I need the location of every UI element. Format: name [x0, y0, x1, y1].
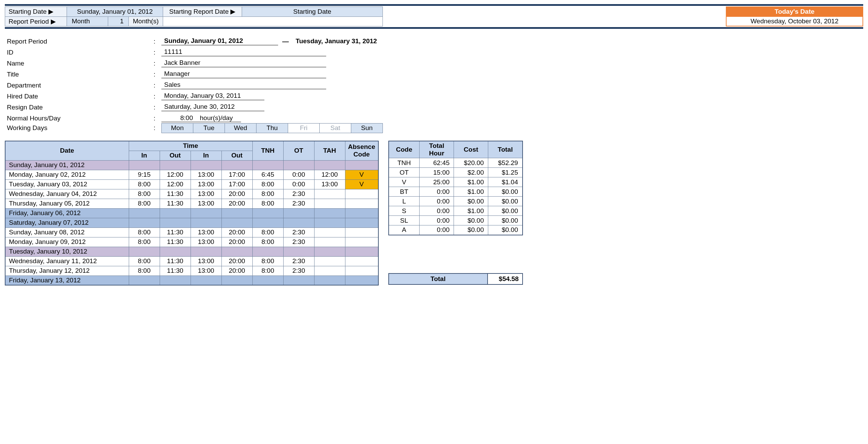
- time-cell[interactable]: 2:30: [283, 237, 314, 247]
- time-cell[interactable]: [283, 160, 314, 170]
- time-cell[interactable]: [129, 208, 160, 218]
- time-cell[interactable]: 20:00: [221, 266, 252, 276]
- working-day-tue[interactable]: Tue: [193, 123, 225, 133]
- time-cell[interactable]: [160, 218, 191, 227]
- time-cell[interactable]: 9:15: [129, 170, 160, 179]
- time-cell[interactable]: [314, 237, 345, 247]
- time-cell[interactable]: [221, 276, 252, 285]
- time-cell[interactable]: 20:00: [221, 256, 252, 266]
- starting-report-value[interactable]: Starting Date: [242, 7, 383, 17]
- time-cell[interactable]: 11:30: [160, 256, 191, 266]
- time-cell[interactable]: 13:00: [314, 179, 345, 189]
- time-cell[interactable]: 8:00: [252, 237, 283, 247]
- time-cell[interactable]: [314, 160, 345, 170]
- time-cell[interactable]: [314, 266, 345, 276]
- time-cell[interactable]: [129, 247, 160, 256]
- time-cell[interactable]: [252, 276, 283, 285]
- time-cell[interactable]: 12:00: [160, 170, 191, 179]
- time-cell[interactable]: [345, 218, 378, 227]
- working-day-sat[interactable]: Sat: [320, 123, 351, 133]
- working-day-sun[interactable]: Sun: [351, 123, 383, 133]
- time-cell[interactable]: [314, 208, 345, 218]
- time-cell[interactable]: 13:00: [191, 179, 221, 189]
- time-cell[interactable]: [160, 208, 191, 218]
- time-cell[interactable]: 0:00: [283, 179, 314, 189]
- time-cell[interactable]: 11:30: [160, 199, 191, 208]
- time-cell[interactable]: [129, 276, 160, 285]
- working-day-thu[interactable]: Thu: [256, 123, 288, 133]
- time-cell[interactable]: 17:00: [221, 179, 252, 189]
- time-cell[interactable]: 13:00: [191, 266, 221, 276]
- starting-date-value[interactable]: Sunday, January 01, 2012: [67, 7, 163, 17]
- time-cell[interactable]: [221, 218, 252, 227]
- time-cell[interactable]: [345, 256, 378, 266]
- time-cell[interactable]: [345, 247, 378, 256]
- time-cell[interactable]: 20:00: [221, 189, 252, 199]
- time-cell[interactable]: [252, 218, 283, 227]
- time-cell[interactable]: [160, 160, 191, 170]
- time-cell[interactable]: [221, 160, 252, 170]
- time-cell[interactable]: 17:00: [221, 170, 252, 179]
- time-cell[interactable]: 8:00: [129, 189, 160, 199]
- time-cell[interactable]: [283, 208, 314, 218]
- time-cell[interactable]: [252, 208, 283, 218]
- working-day-fri[interactable]: Fri: [288, 123, 320, 133]
- time-cell[interactable]: [191, 160, 221, 170]
- time-cell[interactable]: 11:30: [160, 189, 191, 199]
- time-cell[interactable]: [314, 227, 345, 237]
- time-cell[interactable]: [191, 218, 221, 227]
- time-cell[interactable]: [345, 189, 378, 199]
- time-cell[interactable]: V: [345, 179, 378, 189]
- time-cell[interactable]: [160, 247, 191, 256]
- time-cell[interactable]: 8:00: [129, 256, 160, 266]
- time-cell[interactable]: 13:00: [191, 256, 221, 266]
- time-cell[interactable]: 8:00: [252, 256, 283, 266]
- time-cell[interactable]: 6:45: [252, 170, 283, 179]
- time-cell[interactable]: 2:30: [283, 189, 314, 199]
- time-cell[interactable]: [221, 247, 252, 256]
- time-cell[interactable]: 20:00: [221, 199, 252, 208]
- time-cell[interactable]: 11:30: [160, 237, 191, 247]
- time-cell[interactable]: [345, 266, 378, 276]
- time-cell[interactable]: 13:00: [191, 189, 221, 199]
- time-cell[interactable]: 13:00: [191, 227, 221, 237]
- time-cell[interactable]: 13:00: [191, 170, 221, 179]
- time-cell[interactable]: [314, 218, 345, 227]
- time-cell[interactable]: 8:00: [129, 237, 160, 247]
- time-cell[interactable]: [345, 208, 378, 218]
- time-cell[interactable]: 8:00: [129, 266, 160, 276]
- time-cell[interactable]: [283, 247, 314, 256]
- time-cell[interactable]: [314, 256, 345, 266]
- time-cell[interactable]: [221, 208, 252, 218]
- working-day-mon[interactable]: Mon: [162, 123, 193, 133]
- time-cell[interactable]: 13:00: [191, 237, 221, 247]
- time-cell[interactable]: [191, 276, 221, 285]
- time-cell[interactable]: 8:00: [252, 227, 283, 237]
- time-cell[interactable]: 13:00: [191, 199, 221, 208]
- time-cell[interactable]: 8:00: [129, 227, 160, 237]
- time-cell[interactable]: 2:30: [283, 266, 314, 276]
- time-cell[interactable]: 12:00: [160, 179, 191, 189]
- time-cell[interactable]: [191, 208, 221, 218]
- time-cell[interactable]: 11:30: [160, 266, 191, 276]
- time-cell[interactable]: [283, 218, 314, 227]
- time-cell[interactable]: [252, 160, 283, 170]
- time-cell[interactable]: [345, 160, 378, 170]
- time-cell[interactable]: [283, 276, 314, 285]
- time-cell[interactable]: 2:30: [283, 256, 314, 266]
- time-cell[interactable]: [314, 199, 345, 208]
- time-cell[interactable]: [314, 276, 345, 285]
- time-cell[interactable]: 8:00: [252, 199, 283, 208]
- time-cell[interactable]: 20:00: [221, 237, 252, 247]
- time-cell[interactable]: [345, 237, 378, 247]
- time-cell[interactable]: 11:30: [160, 227, 191, 237]
- time-cell[interactable]: 20:00: [221, 227, 252, 237]
- time-cell[interactable]: 12:00: [314, 170, 345, 179]
- time-cell[interactable]: [345, 227, 378, 237]
- time-cell[interactable]: 8:00: [129, 199, 160, 208]
- working-day-wed[interactable]: Wed: [225, 123, 256, 133]
- time-cell[interactable]: 2:30: [283, 199, 314, 208]
- time-cell[interactable]: 8:00: [252, 266, 283, 276]
- time-cell[interactable]: [345, 199, 378, 208]
- time-cell[interactable]: 8:00: [252, 189, 283, 199]
